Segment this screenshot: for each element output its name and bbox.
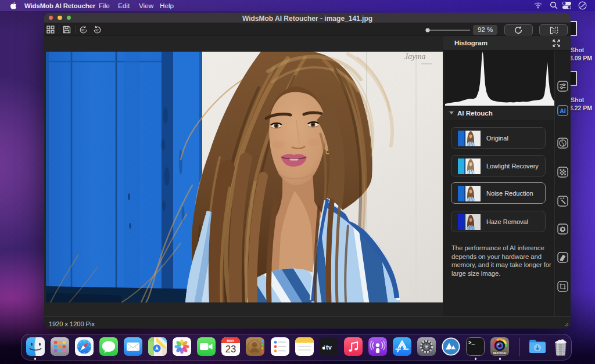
svg-text:90°: 90° (95, 29, 99, 32)
svg-text:90°: 90° (81, 29, 85, 32)
svg-text:>_: >_ (468, 340, 475, 346)
svg-text:MAY: MAY (227, 338, 235, 342)
svg-text:23: 23 (225, 344, 236, 354)
svg-text:AI: AI (560, 107, 566, 114)
svg-text:RETOUCH: RETOUCH (493, 352, 507, 355)
svg-text:tv: tv (326, 344, 332, 351)
svg-text:Jayma: Jayma (404, 52, 426, 61)
